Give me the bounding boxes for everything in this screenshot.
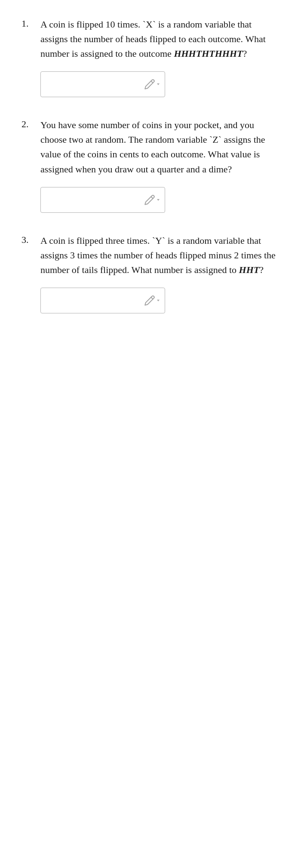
question-number-1: 1. [22,17,35,97]
question-item-3: 3. A coin is flipped three times. `Y` is… [22,233,280,313]
outcome-1: HHHTHTHHHT [174,48,243,59]
svg-marker-1 [157,199,160,201]
answer-box-1[interactable] [40,71,165,97]
question-text-2: You have some number of coins in your po… [40,118,280,176]
question-content-3: A coin is flipped three times. `Y` is a … [40,233,280,313]
pencil-icon-2 [144,194,155,205]
pencil-icon-3 [144,295,155,306]
question-item-2: 2. You have some number of coins in your… [22,118,280,212]
pencil-icon-1 [144,79,155,90]
question-list: 1. A coin is flipped 10 times. `X` is a … [22,17,280,313]
question-number-3: 3. [22,233,35,313]
question-content-1: A coin is flipped 10 times. `X` is a ran… [40,17,280,97]
dropdown-arrow-3 [156,298,160,303]
question-text-1: A coin is flipped 10 times. `X` is a ran… [40,17,280,61]
outcome-3: HHT [239,264,260,275]
question-text-3: A coin is flipped three times. `Y` is a … [40,233,280,277]
svg-marker-2 [157,300,160,301]
question-number-2: 2. [22,118,35,212]
dropdown-arrow-1 [156,82,160,86]
question-item-1: 1. A coin is flipped 10 times. `X` is a … [22,17,280,97]
dropdown-arrow-2 [156,198,160,202]
answer-box-3[interactable] [40,288,165,313]
answer-box-2[interactable] [40,187,165,213]
question-content-2: You have some number of coins in your po… [40,118,280,212]
svg-marker-0 [157,83,160,85]
